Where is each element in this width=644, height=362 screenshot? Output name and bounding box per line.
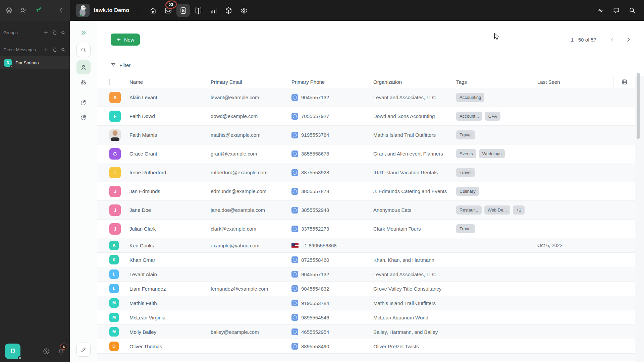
nav-inbox[interactable]: 23 (161, 4, 175, 17)
groups-label: Groups (3, 30, 43, 35)
table-row[interactable]: K Ken Cooks example@yahoo.com +1 8905556… (97, 238, 635, 253)
column-settings-icon[interactable] (613, 76, 635, 88)
prev-page-button[interactable] (606, 34, 618, 45)
filter-funnel-icon (111, 62, 116, 68)
table-row[interactable]: O Oliver Thomas 8895553490 Oliver Pretze… (97, 339, 635, 354)
phone-number: 3875553928 (301, 170, 329, 175)
cell-organization: Grove Valley Title Consultancy (373, 286, 456, 292)
phone-number: +1 8905556868 (302, 243, 337, 248)
cell-organization: Mathis Island Trail Outfitters (373, 300, 456, 306)
next-page-button[interactable] (623, 34, 634, 45)
column-header-tags[interactable]: Tags (456, 79, 537, 85)
nav-admin[interactable] (237, 4, 250, 17)
cell-phone: 7055557927 (291, 113, 373, 120)
copy-icon[interactable] (52, 30, 57, 35)
select-all-checkbox[interactable] (109, 79, 110, 85)
table-row[interactable]: M McLean Virginia 9895554546 McLean Aqua… (97, 310, 635, 325)
new-contact-button[interactable]: New (111, 34, 140, 46)
topbar-divider (138, 5, 138, 16)
rail-companies-button[interactable] (76, 75, 91, 89)
cell-name: Julian Clark (129, 226, 211, 232)
tag-chip: Travel (456, 224, 475, 233)
cell-phone: 4655552954 (291, 328, 373, 335)
table-row[interactable]: M Molly Bailey bailey@example.com 465555… (97, 325, 635, 339)
activity-icon[interactable] (597, 7, 604, 14)
vertical-scrollbar[interactable] (637, 73, 640, 139)
pagination: 1 - 50 of 57 (571, 34, 634, 45)
user-avatar[interactable]: D (5, 344, 20, 359)
search-icon[interactable] (629, 7, 636, 14)
tag-chip: CPA (485, 112, 500, 121)
tag-chip: Events (456, 149, 476, 158)
table-row[interactable]: I Irene Rutherford rutherford@example.co… (97, 163, 635, 182)
cell-phone: 3855558678 (291, 150, 373, 157)
cell-organization: Dowd and Sons Accounting (373, 113, 456, 119)
phone-number: 9045557132 (301, 272, 329, 277)
person-check-icon[interactable] (20, 7, 27, 14)
flag-icon (291, 314, 298, 321)
contact-avatar: K (109, 255, 119, 264)
search-dm-icon[interactable] (61, 47, 66, 52)
nav-home[interactable] (146, 4, 160, 17)
layers-icon[interactable] (5, 7, 13, 14)
phone-number: 9895554546 (301, 315, 329, 320)
tag-chip: Web De... (484, 205, 511, 215)
copy-icon[interactable] (52, 47, 57, 52)
contact-avatar (109, 129, 121, 141)
table-row[interactable]: J Jane Doe jane.doe@example.com 38555529… (97, 201, 635, 220)
phone-number: 3855558678 (301, 151, 329, 157)
help-icon[interactable] (43, 348, 50, 355)
rail-segment-button[interactable] (76, 96, 91, 110)
topbar: tawk.to Demo 23 (0, 0, 644, 21)
search-groups-icon[interactable] (61, 30, 66, 35)
green-property-icon[interactable] (34, 7, 42, 14)
partial-next-row (97, 354, 635, 361)
messages-icon[interactable] (613, 7, 620, 14)
tag-chip: Travel (456, 168, 475, 177)
table-row[interactable]: M Mathis Faith 9195553784 Mathis Island … (97, 296, 635, 310)
table-row[interactable]: Faith Mathis mathis@example.com 91955537… (97, 126, 635, 144)
table-row[interactable]: K Khan Omar 8725558460 Khan, Khan, and H… (97, 253, 635, 267)
dm-item-dar-soriano[interactable]: D Dar Soriano (0, 56, 70, 69)
nav-knowledge-base[interactable] (192, 4, 205, 17)
table-row[interactable]: L Liam Fernandez fernandez@example.com 9… (97, 282, 635, 296)
column-header-organization[interactable]: Organization (373, 79, 456, 85)
add-dm-icon[interactable] (43, 47, 48, 52)
rail-edit-button[interactable] (76, 343, 91, 357)
table-row[interactable]: J Jan Edmunds edmunds@example.com 385555… (97, 182, 635, 201)
cell-phone: 9045554832 (291, 285, 373, 292)
column-header-primary-email[interactable]: Primary Email (211, 79, 291, 85)
cell-phone: 9195553784 (291, 132, 373, 138)
phone-number: 9195553784 (301, 300, 329, 306)
property-selector[interactable]: tawk.to Demo (76, 4, 129, 17)
table-row[interactable]: L Levant Alain 9045557132 Levant and Ass… (97, 267, 635, 282)
cell-phone: 3855552948 (291, 207, 373, 214)
rail-search-button[interactable] (76, 43, 91, 57)
cell-name: Oliver Thomas (129, 344, 211, 349)
add-group-icon[interactable] (43, 30, 48, 35)
flag-icon (291, 285, 298, 292)
column-header-last-seen[interactable]: Last Seen (537, 79, 613, 85)
column-header-name[interactable]: Name (129, 79, 211, 85)
column-header-primary-phone[interactable]: Primary Phone (291, 79, 373, 85)
table-row[interactable]: A Alain Levant levant@example.com 904555… (97, 88, 635, 107)
nav-reporting[interactable] (207, 4, 220, 17)
collapse-sidebar-icon[interactable] (58, 7, 64, 14)
table-row[interactable]: F Faith Dowd dowd@example.com 7055557927… (97, 107, 635, 126)
filter-button[interactable]: Filter (111, 59, 130, 71)
tag-chip: Culinary (456, 187, 479, 196)
notifications-bell-icon[interactable]: 8 (57, 348, 65, 355)
topbar-right (597, 7, 636, 14)
nav-contacts[interactable] (176, 4, 190, 17)
rail-contacts-button[interactable] (76, 60, 91, 74)
cell-organization: J. Edmunds Catering and Events (373, 188, 456, 194)
table-row[interactable]: J Julian Clark clark@example.com 3375552… (97, 220, 635, 238)
expand-rail-icon[interactable] (80, 29, 87, 36)
nav-apps[interactable] (222, 4, 235, 17)
property-avatar (76, 4, 90, 17)
phone-number: 9045557132 (301, 95, 329, 100)
contact-avatar: O (109, 342, 119, 351)
flag-icon (291, 188, 298, 195)
rail-segment-button[interactable] (76, 110, 91, 124)
table-row[interactable]: G Grace Grant grant@example.com 38555586… (97, 144, 635, 163)
